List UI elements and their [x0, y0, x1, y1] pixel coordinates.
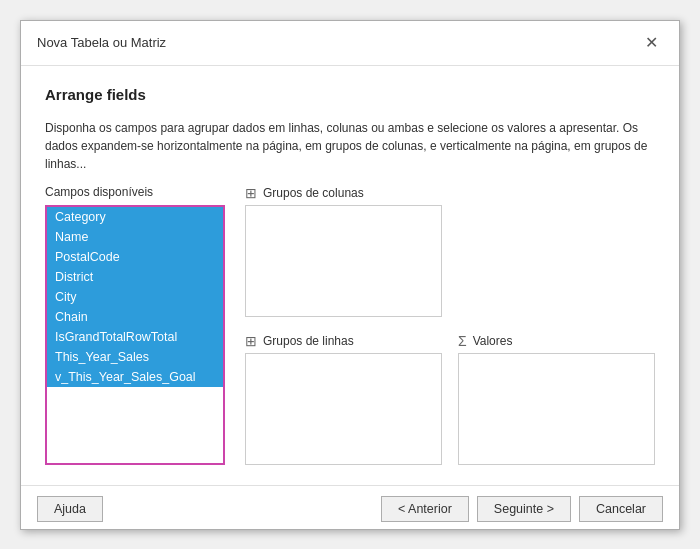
list-item[interactable]: City	[47, 287, 223, 307]
prev-button[interactable]: < Anterior	[381, 496, 469, 522]
dialog: Nova Tabela ou Matriz ✕ Arrange fields D…	[20, 20, 680, 530]
title-bar: Nova Tabela ou Matriz ✕	[21, 21, 679, 66]
cancel-button[interactable]: Cancelar	[579, 496, 663, 522]
values-header: Σ Valores	[458, 333, 655, 349]
column-groups-icon: ⊞	[245, 185, 257, 201]
row-groups-label: Grupos de linhas	[263, 334, 354, 348]
values-label: Valores	[473, 334, 513, 348]
right-panel: ⊞ Grupos de colunas ⊞ Grupos de linhas	[245, 185, 655, 465]
close-button[interactable]: ✕	[639, 31, 663, 55]
list-item[interactable]: This_Year_Sales	[47, 347, 223, 367]
available-fields-box[interactable]: CategoryNamePostalCodeDistrictCityChainI…	[45, 205, 225, 465]
footer: Ajuda < Anterior Seguinte > Cancelar	[21, 485, 679, 532]
values-zone: Σ Valores	[458, 333, 655, 465]
description-text: Disponha os campos para agrupar dados em…	[45, 119, 655, 173]
row-groups-zone: ⊞ Grupos de linhas	[245, 333, 442, 465]
list-item[interactable]: Chain	[47, 307, 223, 327]
column-groups-box[interactable]	[245, 205, 442, 317]
dialog-title: Nova Tabela ou Matriz	[37, 35, 166, 50]
list-item[interactable]: IsGrandTotalRowTotal	[47, 327, 223, 347]
row-groups-header: ⊞ Grupos de linhas	[245, 333, 442, 349]
next-button[interactable]: Seguinte >	[477, 496, 571, 522]
list-item[interactable]: v_This_Year_Sales_Goal	[47, 367, 223, 387]
row-groups-box[interactable]	[245, 353, 442, 465]
fields-layout: Campos disponíveis CategoryNamePostalCod…	[45, 185, 655, 465]
row-groups-icon: ⊞	[245, 333, 257, 349]
list-item[interactable]: PostalCode	[47, 247, 223, 267]
column-groups-label: Grupos de colunas	[263, 186, 364, 200]
list-item[interactable]: District	[47, 267, 223, 287]
nav-buttons: < Anterior Seguinte > Cancelar	[381, 496, 663, 522]
values-box[interactable]	[458, 353, 655, 465]
list-item[interactable]: Category	[47, 207, 223, 227]
column-groups-zone: ⊞ Grupos de colunas	[245, 185, 442, 317]
top-right-empty	[458, 185, 655, 317]
values-icon: Σ	[458, 333, 467, 349]
content-area: Arrange fields Disponha os campos para a…	[21, 66, 679, 485]
list-item[interactable]: Name	[47, 227, 223, 247]
available-fields-label: Campos disponíveis	[45, 185, 225, 199]
section-title: Arrange fields	[45, 86, 655, 103]
left-panel: Campos disponíveis CategoryNamePostalCod…	[45, 185, 225, 465]
column-groups-header: ⊞ Grupos de colunas	[245, 185, 442, 201]
help-button[interactable]: Ajuda	[37, 496, 103, 522]
